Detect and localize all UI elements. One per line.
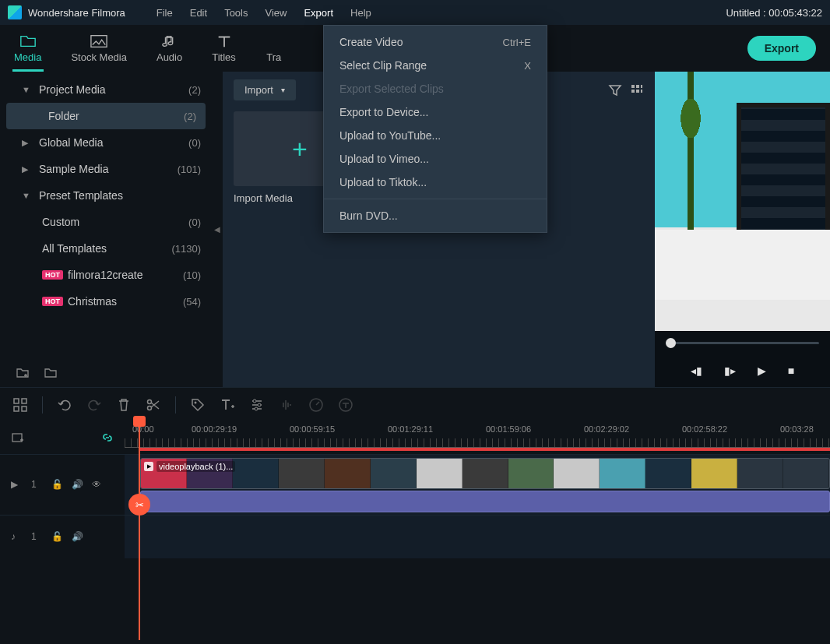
scissor-icon[interactable] — [146, 397, 161, 413]
timeline-selection-range[interactable] — [139, 448, 830, 451]
sliders-icon[interactable] — [249, 397, 265, 413]
tab-stock-label: Stock Media — [71, 51, 127, 63]
svg-rect-0 — [91, 35, 107, 47]
plus-icon: + — [292, 134, 308, 164]
video-track: ▶ 1 🔓 🔊 👁 ▶ videoplayback (1)... — [0, 454, 830, 515]
upload-to-tiktok[interactable]: Upload to Tiktok... — [324, 171, 547, 194]
undo-icon[interactable] — [57, 397, 72, 413]
playhead-handle[interactable] — [133, 416, 146, 427]
play-icon: ▶ — [144, 462, 153, 471]
burn-dvd[interactable]: Burn DVD... — [324, 204, 547, 227]
svg-rect-2 — [636, 85, 639, 88]
menu-export[interactable]: Export — [304, 7, 333, 19]
svg-point-14 — [253, 399, 256, 403]
sidebar-item-filmora12create[interactable]: HOT filmora12create (10) — [0, 262, 212, 288]
svg-point-15 — [258, 403, 261, 406]
tag-icon[interactable] — [190, 397, 206, 413]
prev-frame-button[interactable]: ◂▮ — [691, 364, 702, 377]
add-text-icon[interactable] — [220, 397, 235, 413]
sidebar-item-sample-media[interactable]: ▶ Sample Media (101) — [0, 156, 212, 182]
sidebar-collapse-handle[interactable]: ◀ — [212, 72, 223, 387]
export-create-video[interactable]: Create Video Ctrl+E — [324, 30, 547, 54]
tab-audio-label: Audio — [157, 51, 182, 63]
audio-track-icon: ♪ — [11, 531, 23, 544]
app-logo-icon — [8, 5, 22, 19]
filter-icon[interactable] — [608, 83, 622, 97]
folder-icon — [19, 34, 37, 48]
menu-tools[interactable]: Tools — [224, 7, 248, 19]
tab-audio[interactable]: Audio — [157, 34, 182, 63]
timeline: 00:00 00:00:29:19 00:00:59:15 00:01:29:1… — [0, 421, 830, 642]
scrubber-thumb[interactable] — [666, 338, 676, 348]
new-folder-icon[interactable] — [16, 366, 30, 380]
visibility-icon[interactable]: 👁 — [92, 479, 104, 491]
mute-icon[interactable]: 🔊 — [72, 479, 84, 491]
lock-icon[interactable]: 🔓 — [51, 531, 64, 544]
export-button[interactable]: Export — [747, 36, 816, 61]
sidebar-item-custom[interactable]: Custom (0) — [0, 209, 212, 235]
link-icon[interactable] — [101, 431, 114, 444]
mute-icon[interactable]: 🔊 — [72, 531, 84, 544]
menu-file[interactable]: File — [157, 7, 173, 19]
grid-view-icon[interactable] — [630, 83, 644, 97]
sidebar-item-project-media[interactable]: ▼ Project Media (2) — [0, 76, 212, 103]
svg-point-13 — [195, 401, 197, 403]
upload-to-vimeo[interactable]: Upload to Vimeo... — [324, 147, 547, 171]
stop-button[interactable]: ■ — [788, 364, 794, 377]
video-clip[interactable]: ▶ videoplayback (1)... — [140, 458, 830, 489]
tab-media-label: Media — [14, 51, 41, 63]
tab-transitions[interactable]: Tra — [266, 34, 283, 63]
export-select-clip-range[interactable]: Select Clip Range X — [324, 54, 547, 77]
audio-clip-attached[interactable] — [140, 491, 830, 512]
menu-edit[interactable]: Edit — [190, 7, 207, 19]
menu-view[interactable]: View — [265, 7, 287, 19]
sidebar-item-folder[interactable]: Folder (2) — [6, 103, 206, 129]
split-at-playhead-button[interactable]: ✂ — [128, 494, 150, 516]
timeline-ruler[interactable]: 00:00 00:00:29:19 00:00:59:15 00:01:29:1… — [125, 421, 830, 454]
lock-icon[interactable]: 🔓 — [51, 479, 64, 491]
app-name: Wondershare Filmora — [28, 7, 125, 19]
preview-video[interactable] — [655, 72, 830, 331]
add-track-icon[interactable] — [11, 431, 23, 444]
redo-icon[interactable] — [86, 397, 102, 413]
svg-rect-8 — [22, 399, 26, 403]
preview-panel: ◂▮ ▮▸ ▶ ■ — [655, 72, 830, 387]
tab-media[interactable]: Media — [14, 34, 41, 63]
next-frame-button[interactable]: ▮▸ — [724, 364, 736, 377]
tab-transitions-label: Tra — [266, 51, 281, 63]
menu-help[interactable]: Help — [350, 7, 371, 19]
playhead[interactable]: ✂ — [139, 422, 140, 640]
chevron-right-icon: ▶ — [22, 164, 33, 174]
svg-point-16 — [255, 407, 258, 410]
hot-badge: HOT — [42, 270, 63, 280]
folder-icon[interactable] — [44, 366, 58, 380]
svg-rect-6 — [641, 90, 642, 93]
sidebar-item-global-media[interactable]: ▶ Global Media (0) — [0, 129, 212, 156]
tab-titles-label: Titles — [212, 51, 236, 63]
delete-icon[interactable] — [116, 397, 132, 413]
video-track-icon: ▶ — [11, 479, 23, 491]
music-note-icon — [161, 34, 178, 48]
menu-bar: File Edit Tools View Export Help — [157, 7, 371, 19]
tab-stock-media[interactable]: Stock Media — [71, 34, 127, 63]
preview-scrubber[interactable] — [655, 331, 830, 354]
play-button[interactable]: ▶ — [758, 364, 766, 377]
export-to-device[interactable]: Export to Device... — [324, 100, 547, 124]
text-icon — [216, 34, 233, 48]
chevron-down-icon: ▾ — [281, 86, 285, 94]
video-track-number: 1 — [31, 479, 44, 491]
upload-to-youtube[interactable]: Upload to YouTube... — [324, 124, 547, 147]
tab-titles[interactable]: Titles — [212, 34, 236, 63]
svg-rect-9 — [14, 406, 19, 411]
audio-wave-icon[interactable] — [279, 397, 294, 413]
image-icon — [90, 34, 107, 48]
apps-icon[interactable] — [12, 397, 28, 413]
import-dropdown-button[interactable]: Import ▾ — [234, 79, 296, 100]
sidebar-item-all-templates[interactable]: All Templates (1130) — [0, 235, 212, 262]
more-tools-icon[interactable] — [338, 397, 353, 413]
sidebar-item-preset-templates[interactable]: ▼ Preset Templates — [0, 182, 212, 209]
sidebar-item-christmas[interactable]: HOT Christmas (54) — [0, 288, 212, 315]
export-selected-clips: Export Selected Clips — [324, 77, 547, 100]
speed-icon[interactable] — [308, 397, 324, 413]
export-menu: Create Video Ctrl+E Select Clip Range X … — [323, 25, 547, 233]
